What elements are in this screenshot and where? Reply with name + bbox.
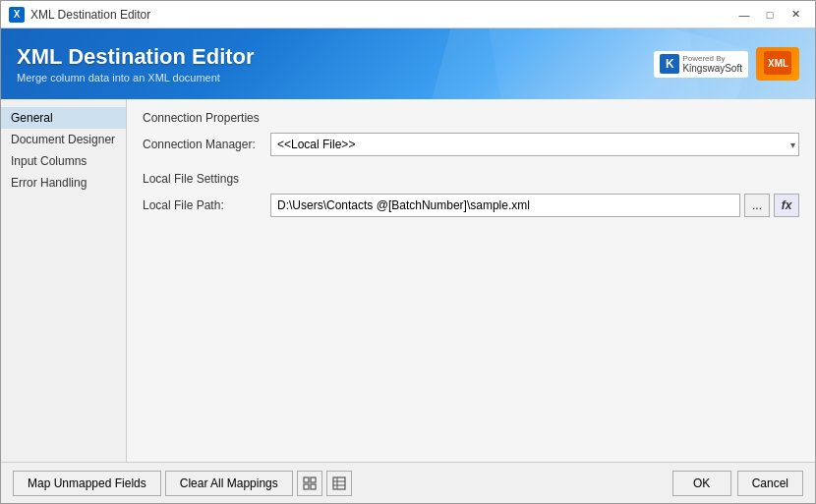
maximize-button[interactable]: □ <box>758 5 782 25</box>
ok-button[interactable]: OK <box>672 471 731 496</box>
xml-badge: XML <box>756 47 799 81</box>
svg-rect-4 <box>304 484 309 489</box>
clear-all-mappings-button[interactable]: Clear All Mappings <box>165 471 293 496</box>
sidebar: General Document Designer Input Columns … <box>1 99 127 462</box>
browse-button[interactable]: ... <box>744 194 770 217</box>
window-title: XML Destination Editor <box>30 8 732 22</box>
powered-by-text: Powered By <box>682 54 742 63</box>
table-icon-button[interactable] <box>326 471 352 496</box>
connection-manager-row: Connection Manager: <<Local File>> ▾ <box>143 133 799 156</box>
footer-left: Map Unmapped Fields Clear All Mappings <box>13 471 672 496</box>
svg-rect-2 <box>304 477 309 482</box>
header-title: XML Destination Editor <box>17 44 654 70</box>
grid-icon <box>303 476 317 490</box>
map-unmapped-button[interactable]: Map Unmapped Fields <box>13 471 161 496</box>
footer: Map Unmapped Fields Clear All Mappings <box>1 462 815 503</box>
sidebar-item-general[interactable]: General <box>1 107 126 129</box>
kingsway-text-block: Powered By KingswaySoft <box>682 54 742 75</box>
connection-manager-label: Connection Manager: <box>143 138 270 151</box>
cancel-button[interactable]: Cancel <box>737 471 803 496</box>
local-file-settings-label: Local File Settings <box>143 172 799 186</box>
svg-rect-3 <box>311 477 316 482</box>
main-panel: Connection Properties Connection Manager… <box>127 99 815 462</box>
connection-manager-select[interactable]: <<Local File>> <box>270 133 799 156</box>
sidebar-item-error-handling[interactable]: Error Handling <box>1 172 126 194</box>
local-file-path-row: Local File Path: ... fx <box>143 194 799 217</box>
connection-manager-control: <<Local File>> ▾ <box>270 133 799 156</box>
main-window: X XML Destination Editor — □ ✕ XML Desti… <box>0 0 816 504</box>
kingsway-logo: K Powered By KingswaySoft <box>654 51 748 78</box>
k-brand-icon: K <box>660 54 679 74</box>
app-icon: X <box>9 7 25 23</box>
local-file-settings-section: Local File Settings Local File Path: ...… <box>143 172 799 217</box>
local-file-path-input[interactable] <box>270 194 740 217</box>
connection-manager-dropdown-wrapper: <<Local File>> ▾ <box>270 133 799 156</box>
header-banner: XML Destination Editor Merge column data… <box>1 28 815 99</box>
table-icon <box>332 476 346 490</box>
xml-icon: XML <box>764 51 791 75</box>
grid-icon-button[interactable] <box>297 471 322 496</box>
close-button[interactable]: ✕ <box>784 5 807 25</box>
connection-properties-label: Connection Properties <box>143 111 799 125</box>
sidebar-item-input-columns[interactable]: Input Columns <box>1 150 126 172</box>
svg-text:XML: XML <box>768 58 788 69</box>
header-title-area: XML Destination Editor Merge column data… <box>17 44 654 84</box>
header-logos: K Powered By KingswaySoft XML <box>654 47 799 81</box>
local-file-path-label: Local File Path: <box>143 198 270 212</box>
header-subtitle: Merge column data into an XML document <box>17 72 654 84</box>
window-controls: — □ ✕ <box>732 5 807 25</box>
brand-name: KingswaySoft <box>682 63 742 75</box>
connection-properties-section: Connection Properties Connection Manager… <box>143 111 799 156</box>
title-bar: X XML Destination Editor — □ ✕ <box>1 1 815 28</box>
sidebar-item-document-designer[interactable]: Document Designer <box>1 129 126 150</box>
fx-button[interactable]: fx <box>774 194 799 217</box>
minimize-button[interactable]: — <box>732 5 756 25</box>
svg-rect-6 <box>333 477 345 489</box>
local-file-path-control: ... fx <box>270 194 799 217</box>
footer-right: OK Cancel <box>672 471 803 496</box>
content-area: General Document Designer Input Columns … <box>1 99 815 462</box>
svg-rect-5 <box>311 484 316 489</box>
